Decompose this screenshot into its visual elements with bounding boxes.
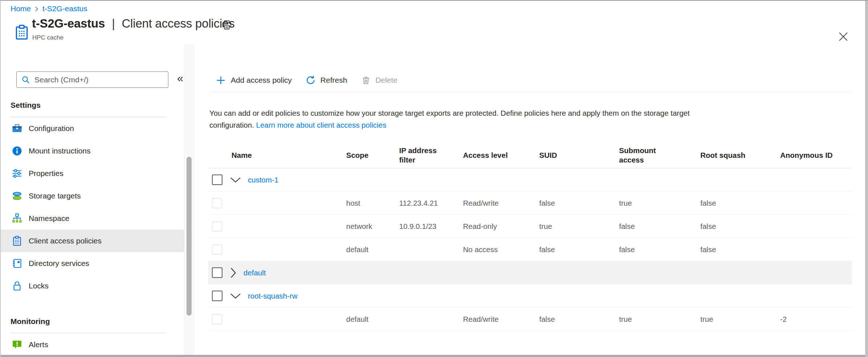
cell-root-squash: false xyxy=(696,222,776,231)
info-icon xyxy=(12,145,22,156)
row-checkbox[interactable] xyxy=(212,245,222,255)
add-access-policy-button[interactable]: Add access policy xyxy=(216,75,292,86)
delete-label: Delete xyxy=(376,76,398,85)
divider xyxy=(209,92,852,93)
cell-scope: host xyxy=(342,199,395,208)
sidebar-item-alerts[interactable]: Alerts xyxy=(1,333,184,356)
cell-suid: false xyxy=(535,245,615,254)
trash-icon xyxy=(361,75,371,85)
sidebar-item-locks[interactable]: Locks xyxy=(1,275,184,297)
table-row-group: default xyxy=(208,261,852,284)
chevron-down-icon[interactable] xyxy=(230,293,241,299)
sidebar-item-storage-targets[interactable]: Storage targets xyxy=(1,185,184,207)
page-name: Client access policies xyxy=(122,17,234,30)
col-header-access-level: Access level xyxy=(459,151,535,160)
namespace-tree-icon xyxy=(12,213,22,224)
sidebar-item-configuration[interactable]: Configuration xyxy=(1,117,184,140)
section-title-monitoring: Monitoring xyxy=(11,317,184,326)
cell-access-level: Read/write xyxy=(459,315,535,324)
storage-disks-icon xyxy=(12,190,22,201)
col-header-anonymous-id: Anonymous ID xyxy=(776,151,852,160)
clipboard-icon xyxy=(12,235,22,246)
title-separator: | xyxy=(112,17,115,30)
sidebar-item-label: Alerts xyxy=(29,340,48,349)
sidebar-item-label: Namespace xyxy=(29,214,69,223)
cell-submount-access: false xyxy=(615,222,696,231)
cell-anonymous-id: -2 xyxy=(776,315,852,324)
horizontal-scrollbar[interactable] xyxy=(1,355,868,357)
sidebar-item-client-access-policies[interactable]: Client access policies xyxy=(1,230,184,252)
policy-name-link[interactable]: default xyxy=(243,268,266,277)
sidebar-item-label: Mount instructions xyxy=(29,147,90,155)
delete-button[interactable]: Delete xyxy=(361,75,398,85)
sidebar-search xyxy=(16,71,168,88)
sidebar-item-mount-instructions[interactable]: Mount instructions xyxy=(1,140,184,162)
cell-root-squash: false xyxy=(696,199,776,208)
description-line1: You can add or edit policies to customiz… xyxy=(209,109,689,117)
breadcrumb-home-link[interactable]: Home xyxy=(11,4,31,13)
alert-icon xyxy=(12,339,22,350)
clipboard-resource-icon xyxy=(14,24,30,42)
refresh-label: Refresh xyxy=(320,76,347,85)
cell-root-squash: false xyxy=(696,245,776,254)
row-checkbox[interactable] xyxy=(212,291,222,301)
policies-table: Name Scope IP address filter Access leve… xyxy=(208,142,852,331)
row-checkbox[interactable] xyxy=(212,267,222,278)
cell-scope: network xyxy=(342,222,395,231)
row-checkbox[interactable] xyxy=(212,314,222,324)
row-checkbox[interactable] xyxy=(212,221,222,231)
table-header-row: Name Scope IP address filter Access leve… xyxy=(208,142,852,168)
toolbox-icon xyxy=(12,123,22,134)
cell-access-level: Read-only xyxy=(459,222,535,231)
command-bar: Add access policy Refresh Delete xyxy=(216,72,397,89)
collapse-menu-button[interactable]: « xyxy=(177,73,183,84)
chevron-down-icon[interactable] xyxy=(230,177,241,183)
close-blade-button[interactable] xyxy=(837,30,849,44)
refresh-icon xyxy=(306,75,316,85)
sidebar-item-label: Locks xyxy=(29,282,49,290)
cell-access-level: No access xyxy=(459,245,535,254)
col-header-submount-access: Submount access xyxy=(615,146,696,165)
search-input[interactable] xyxy=(34,75,155,85)
printer-icon xyxy=(221,20,232,30)
sidebar-item-label: Client access policies xyxy=(29,237,102,245)
client-access-policies-blade: Home t-S2G-eastus t-S2G-eastus | Client … xyxy=(0,0,868,357)
sidebar-scrollbar-track[interactable] xyxy=(184,44,194,357)
table-row-group: root-squash-rw xyxy=(208,284,852,308)
window-scrollbar[interactable] xyxy=(865,1,868,357)
sidebar-item-properties[interactable]: Properties xyxy=(1,162,184,185)
row-checkbox[interactable] xyxy=(212,175,222,185)
section-title-settings: Settings xyxy=(11,101,184,110)
page-title: t-S2G-eastus | Client access policies xyxy=(32,17,235,30)
refresh-button[interactable]: Refresh xyxy=(306,75,347,85)
table-row-rule: default No access false false false xyxy=(208,238,852,261)
sidebar-item-label: Directory services xyxy=(29,259,89,268)
resource-name: t-S2G-eastus xyxy=(32,17,105,30)
plus-icon xyxy=(216,75,226,86)
policy-name-link[interactable]: custom-1 xyxy=(248,176,278,184)
col-header-ip-filter: IP address filter xyxy=(395,146,459,165)
sliders-icon xyxy=(12,168,22,179)
cell-submount-access: true xyxy=(615,199,696,208)
sidebar-item-label: Storage targets xyxy=(29,192,81,200)
row-checkbox[interactable] xyxy=(212,198,222,208)
learn-more-link[interactable]: Learn more about client access policies xyxy=(256,121,386,129)
table-row-rule: network 10.9.0.1/23 Read-only true false… xyxy=(208,215,852,238)
breadcrumb-current-link[interactable]: t-S2G-eastus xyxy=(42,4,87,13)
add-access-policy-label: Add access policy xyxy=(231,76,292,85)
cell-ip-filter: 10.9.0.1/23 xyxy=(395,222,459,231)
chevron-right-icon[interactable] xyxy=(230,267,237,279)
cell-suid: false xyxy=(535,199,615,208)
cell-submount-access: false xyxy=(615,245,696,254)
directory-icon xyxy=(12,258,22,269)
cell-submount-access: true xyxy=(615,315,696,324)
print-button[interactable] xyxy=(221,20,232,32)
sidebar-item-directory-services[interactable]: Directory services xyxy=(1,252,184,275)
sidebar-item-label: Configuration xyxy=(29,124,74,133)
col-header-suid: SUID xyxy=(535,151,615,160)
cell-scope: default xyxy=(342,245,395,254)
col-header-scope: Scope xyxy=(342,151,395,160)
policy-name-link[interactable]: root-squash-rw xyxy=(248,292,298,300)
sidebar-item-namespace[interactable]: Namespace xyxy=(1,207,184,230)
sidebar-scrollbar-thumb[interactable] xyxy=(187,157,192,316)
